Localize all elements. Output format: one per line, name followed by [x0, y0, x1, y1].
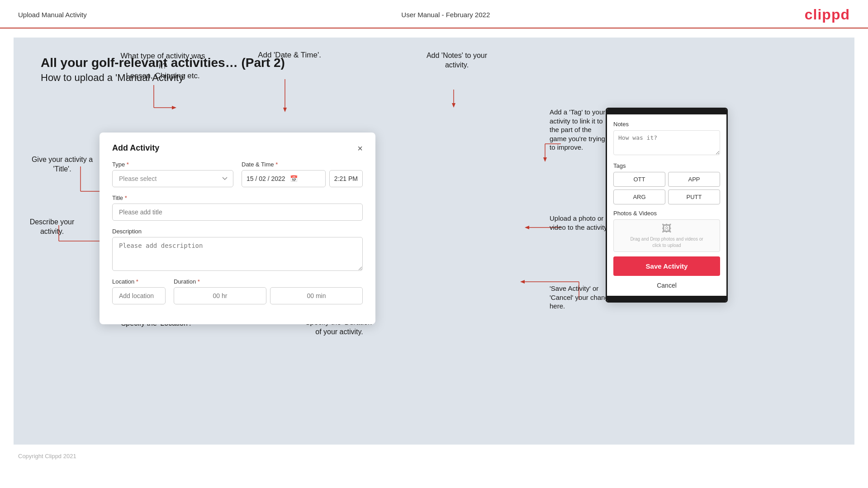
annotation-date-time: Add 'Date & Time'. [249, 50, 330, 60]
datetime-inputs: 15 / 02 / 2022 📅 2:21 PM [242, 170, 363, 187]
time-input[interactable]: 2:21 PM [329, 170, 363, 187]
duration-min-input[interactable] [270, 287, 363, 304]
header: Upload Manual Activity User Manual - Feb… [0, 0, 868, 28]
notes-textarea[interactable] [613, 130, 720, 155]
datetime-group: Date & Time * 15 / 02 / 2022 📅 2:21 PM [242, 161, 363, 187]
svg-marker-25 [520, 280, 525, 284]
footer: Copyright Clippd 2021 [0, 449, 868, 463]
location-group: Location * [112, 278, 166, 304]
phone-bottom-bar [607, 296, 726, 301]
header-left: Upload Manual Activity [18, 11, 87, 19]
close-button[interactable]: × [357, 144, 363, 153]
date-input[interactable]: 15 / 02 / 2022 📅 [242, 170, 326, 187]
duration-group: Duration * [174, 278, 363, 304]
location-input[interactable] [112, 287, 166, 304]
tag-arg[interactable]: ARG [613, 190, 665, 204]
duration-label: Duration * [174, 278, 363, 285]
datetime-label: Date & Time * [242, 161, 363, 168]
add-activity-dialog: Add Activity × Type * Please select Date… [100, 133, 375, 324]
annotation-description-label: Describe your activity. [23, 218, 81, 237]
header-center: User Manual - February 2022 [401, 11, 490, 19]
type-select[interactable]: Please select [112, 170, 233, 187]
form-row-location-duration: Location * Duration * [112, 278, 363, 304]
logo: clippd [805, 6, 850, 23]
tags-section-label: Tags [613, 162, 720, 169]
svg-marker-4 [283, 108, 287, 112]
annotation-notes-label: Add 'Notes' to your activity. [412, 51, 502, 70]
description-textarea[interactable] [112, 237, 363, 271]
notes-section-label: Notes [613, 121, 720, 128]
title-input[interactable] [112, 204, 363, 221]
tag-ott[interactable]: OTT [613, 172, 665, 187]
type-group: Type * Please select [112, 161, 233, 187]
duration-inputs [174, 287, 363, 304]
dialog-title: Add Activity [112, 143, 159, 153]
annotation-activity-type: What type of activity was it? Lesson, Ch… [118, 51, 208, 81]
title-group: Title * [112, 194, 363, 221]
phone-panel: Notes Tags OTT APP ARG PUTT Photos & Vid… [606, 108, 728, 303]
tag-putt[interactable]: PUTT [668, 190, 720, 204]
svg-marker-17 [452, 103, 455, 108]
svg-marker-20 [543, 157, 547, 162]
svg-marker-22 [525, 226, 529, 229]
save-activity-button[interactable]: Save Activity [613, 256, 720, 276]
phone-top-bar [607, 109, 726, 114]
calendar-icon: 📅 [290, 175, 298, 182]
duration-hr-input[interactable] [174, 287, 266, 304]
location-label: Location * [112, 278, 166, 285]
description-field-label: Description [112, 228, 363, 235]
annotation-title-label: Give your activity a 'Title'. [27, 155, 97, 174]
form-row-type-datetime: Type * Please select Date & Time * 15 / … [112, 161, 363, 187]
cancel-button[interactable]: Cancel [613, 280, 720, 291]
tags-grid: OTT APP ARG PUTT [613, 172, 720, 204]
main-content: All your golf-relevant activities… (Part… [14, 38, 854, 445]
description-group: Description [112, 228, 363, 271]
type-label: Type * [112, 161, 233, 168]
dialog-header: Add Activity × [112, 143, 363, 153]
phone-content: Notes Tags OTT APP ARG PUTT Photos & Vid… [607, 114, 726, 296]
tag-app[interactable]: APP [668, 172, 720, 187]
svg-marker-2 [172, 106, 176, 109]
copyright: Copyright Clippd 2021 [18, 453, 76, 460]
title-field-label: Title * [112, 194, 363, 201]
photos-label: Photos & Videos [613, 210, 720, 217]
photos-drop-text: Drag and Drop photos and videos orclick … [630, 236, 703, 249]
photo-icon: 🖼 [662, 223, 672, 235]
photos-drop-area[interactable]: 🖼 Drag and Drop photos and videos orclic… [613, 219, 720, 252]
